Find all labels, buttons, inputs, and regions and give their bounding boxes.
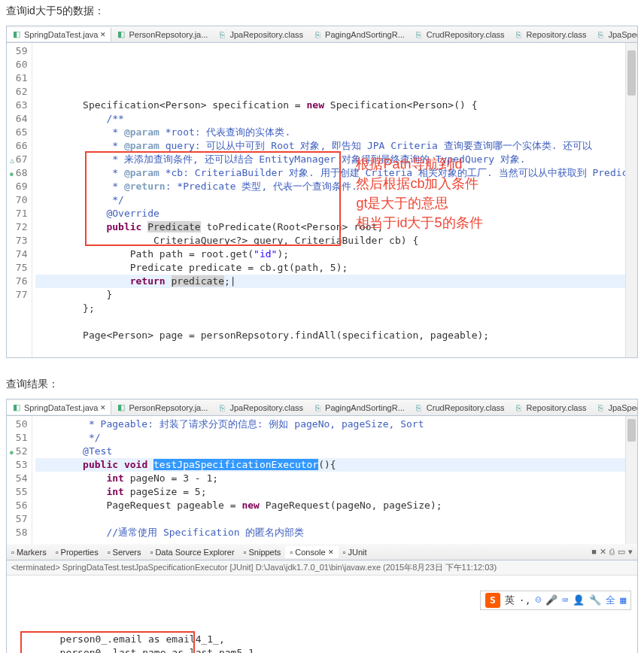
code-line[interactable]: * Pageable: 封装了请求分页的信息: 例如 pageNo, pageS… — [35, 418, 634, 431]
code-line[interactable]: } — [35, 288, 637, 302]
console-output[interactable]: S 英 ·, ☺ 🎤 ⌨ 👤 🔧 全 ▦ person0_.email as e… — [7, 576, 637, 653]
scrollbar-thumb[interactable] — [627, 50, 636, 96]
console-tool-icon[interactable]: ■ — [591, 547, 597, 557]
line-number: 57 — [10, 512, 27, 526]
code-line[interactable]: */ — [35, 431, 634, 445]
code-line[interactable]: Specification<Person> specification = ne… — [35, 99, 637, 112]
line-number: 62 — [10, 85, 27, 99]
view-tab[interactable]: ▫Servers — [103, 546, 146, 558]
editor-tab[interactable]: ⎘JpaSpecificationE... — [591, 401, 637, 415]
ime-grid-icon[interactable]: ▦ — [620, 594, 626, 607]
editor-tab[interactable]: ⎘Repository.class — [509, 401, 591, 415]
line-number: 74 — [10, 248, 27, 261]
line-number: 56 — [10, 499, 27, 512]
code-line[interactable]: @Override — [35, 207, 637, 220]
editor-tab[interactable]: ⎘JpaRepository.class — [212, 401, 308, 415]
ime-lang[interactable]: 英 — [505, 594, 515, 607]
console-tool-icon[interactable]: ✕ — [600, 547, 606, 557]
view-icon: ▫ — [150, 548, 153, 557]
code-line[interactable]: Path path = root.get("id"); — [35, 248, 637, 261]
ime-tool-icon[interactable]: 🔧 — [589, 594, 601, 607]
code-line[interactable]: Predicate predicate = cb.gt(path, 5); — [35, 261, 637, 275]
close-icon[interactable]: ✕ — [328, 548, 334, 556]
view-tab[interactable]: ▫Console ✕ — [285, 546, 338, 558]
code-line[interactable]: int pageSize = 5; — [35, 485, 634, 499]
view-tab[interactable]: ▫Snippets — [239, 546, 286, 558]
console-line: person0_.email as email4_1_, — [13, 633, 631, 646]
code-line[interactable]: * @param *cb: CriteriaBuilder 对象. 用于创建 C… — [35, 166, 637, 180]
tab-label: PersonRepsotory.ja... — [129, 403, 208, 412]
code-line[interactable] — [35, 512, 634, 526]
code-line[interactable]: int pageNo = 3 - 1; — [35, 472, 634, 485]
editor-tab[interactable]: ⎘PagingAndSortingR... — [308, 401, 409, 415]
class-file-icon: ⎘ — [312, 29, 323, 40]
code-line[interactable]: //通常使用 Specification 的匿名内部类 — [35, 526, 634, 539]
code-line[interactable]: */ — [35, 193, 637, 207]
editor-tab[interactable]: ◧SpringDataTest.java ✕ — [7, 401, 111, 415]
line-number: 63 — [10, 99, 27, 112]
view-tab-label: JUnit — [348, 548, 366, 557]
console-tool-icon[interactable]: ⎙ — [609, 547, 615, 557]
code-line[interactable]: }; — [35, 302, 637, 315]
editor-tab[interactable]: ⎘JpaRepository.class — [212, 28, 308, 41]
tab-label: PagingAndSortingR... — [325, 30, 405, 39]
editor-tab[interactable]: ⎘JpaSpecificationE... — [591, 28, 637, 41]
ime-full-icon[interactable]: 全 — [606, 594, 615, 607]
editor-tab[interactable]: ⎘CrudRepository.class — [409, 401, 509, 415]
code-line[interactable]: * @return: *Predicate 类型, 代表一个查询条件. — [35, 180, 637, 193]
code-line[interactable]: Page<Person> page = personRepsotory.find… — [35, 329, 637, 342]
code-col-1[interactable]: 根据Path导航到id然后根据cb加入条件gt是大于的意思相当于id大于5的条件… — [32, 43, 637, 357]
code-line[interactable]: public Predicate toPredicate(Root<Person… — [35, 220, 637, 234]
ime-emoji-icon[interactable]: ☺ — [536, 594, 542, 607]
line-number: 54 — [10, 472, 27, 485]
tab-label: JpaRepository.class — [229, 403, 303, 412]
scrollbar-1[interactable] — [625, 43, 637, 357]
code-line[interactable]: * @param query: 可以从中可到 Root 对象, 即告知 JPA … — [35, 139, 637, 153]
ime-mic-icon[interactable]: 🎤 — [545, 594, 557, 607]
close-icon[interactable]: ✕ — [100, 404, 106, 412]
class-file-icon: ⎘ — [217, 29, 227, 40]
view-tab[interactable]: ▫JUnit — [339, 546, 372, 558]
annotation-line: gt是大于的意思 — [356, 193, 482, 213]
ime-sep: ·, — [519, 594, 531, 607]
editor-tab[interactable]: ◧PersonRepsotory.ja... — [111, 401, 212, 415]
view-tab[interactable]: ▫Properties — [51, 546, 103, 558]
code-line[interactable]: CriteriaQuery<?> query, CriteriaBuilder … — [35, 234, 637, 248]
tab-label: Repository.class — [527, 30, 587, 39]
view-icon: ▫ — [343, 548, 346, 557]
code-line[interactable] — [35, 342, 637, 356]
scrollbar-2[interactable] — [625, 416, 637, 544]
code-line[interactable]: PageRequest pageable = new PageRequest(p… — [35, 499, 634, 512]
editor-tab[interactable]: ⎘PagingAndSortingR... — [308, 28, 409, 41]
class-file-icon: ⎘ — [414, 29, 424, 40]
section-title-1: 查询id大于5的数据： — [0, 0, 644, 23]
code-line[interactable]: * @param *root: 代表查询的实体类. — [35, 126, 637, 139]
view-tab-label: Data Source Explorer — [155, 548, 234, 557]
editor-tab[interactable]: ⎘CrudRepository.class — [409, 28, 509, 41]
code-line[interactable]: /** — [35, 112, 637, 126]
annotation-line: 相当于id大于5的条件 — [356, 213, 482, 232]
console-tool-icon[interactable]: ▭ — [618, 547, 625, 557]
code-line[interactable]: return predicate;| — [35, 275, 637, 288]
scrollbar-thumb-2[interactable] — [627, 419, 636, 442]
view-tab[interactable]: ▫Markers — [7, 546, 51, 558]
console-toolbar[interactable]: ■ ✕ ⎙ ▭ ▾ — [587, 547, 637, 557]
console-tool-icon[interactable]: ▾ — [628, 547, 633, 557]
ime-keyboard-icon[interactable]: ⌨ — [562, 594, 568, 607]
editor-tab[interactable]: ◧SpringDataTest.java ✕ — [7, 28, 111, 41]
view-tab[interactable]: ▫Data Source Explorer — [146, 546, 239, 558]
java-file-icon: ◧ — [11, 29, 22, 40]
code-line[interactable]: * 来添加查询条件, 还可以结合 EntityManager 对象得到最终查询的… — [35, 153, 637, 166]
close-icon[interactable]: ✕ — [100, 31, 106, 38]
code-line[interactable] — [35, 315, 637, 329]
code-col-2[interactable]: * Pageable: 封装了请求分页的信息: 例如 pageNo, pageS… — [32, 416, 637, 544]
code-line[interactable]: public void testJpaSpecificationExecutor… — [35, 458, 634, 472]
class-file-icon: ⎘ — [414, 402, 424, 413]
ime-toolbar[interactable]: S 英 ·, ☺ 🎤 ⌨ 👤 🔧 全 ▦ — [480, 591, 631, 610]
editor-tab[interactable]: ⎘Repository.class — [509, 28, 591, 41]
ime-user-icon[interactable]: 👤 — [573, 594, 585, 607]
editor-tab[interactable]: ◧PersonRepsotory.ja... — [111, 28, 212, 41]
code-line[interactable]: @Test — [35, 445, 634, 458]
line-number: 70 — [10, 193, 27, 207]
gutter-1: 59606162636465666768697071727374757677 — [7, 43, 32, 357]
